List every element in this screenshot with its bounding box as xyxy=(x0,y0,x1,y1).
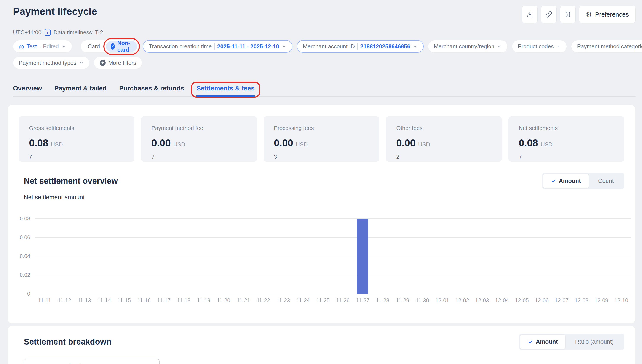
stat-currency: USD xyxy=(296,141,308,148)
active-tab-underline xyxy=(13,95,42,96)
filter-bar: ◎ Test - Edited Card ✓ Non-card Transact… xyxy=(13,40,635,69)
segment-card[interactable]: Card xyxy=(82,41,106,52)
toggle-option-amount[interactable]: Amount xyxy=(520,335,565,349)
x-tick-label: 11-29 xyxy=(392,297,412,304)
more-filters-button[interactable]: + More filters xyxy=(94,56,142,69)
tab-payment-failed[interactable]: Payment & failed xyxy=(54,85,107,96)
filter-dropdown-payment-method-types[interactable]: Payment method types xyxy=(13,56,90,69)
tab-label: Settlements & fees xyxy=(196,85,254,92)
stat-value: 0.08 xyxy=(519,137,538,149)
chevron-down-icon xyxy=(556,44,561,49)
stat-value-row: 0.00USD xyxy=(396,137,491,149)
stat-count: 2 xyxy=(396,154,491,160)
tab-settlements-fees[interactable]: Settlements & fees xyxy=(196,85,254,96)
merchant-account-filter[interactable]: Merchant account ID 2188120258646856 xyxy=(297,40,424,53)
details-button[interactable] xyxy=(560,6,576,23)
x-tick-label: 12-06 xyxy=(532,297,552,304)
tab-label: Overview xyxy=(13,85,42,92)
x-tick-label: 11-30 xyxy=(412,297,432,304)
check-circle-icon: ✓ xyxy=(111,43,115,50)
filter-dropdown-product-codes[interactable]: Product codes xyxy=(512,40,567,53)
meta-row: UTC+11:00 i Data timeliness: T-2 xyxy=(13,29,103,36)
x-tick-label: 11-27 xyxy=(353,297,373,304)
x-tick-label: 11-22 xyxy=(253,297,273,304)
stat-currency: USD xyxy=(51,141,63,148)
transaction-time-value: 2025-11-11 - 2025-12-10 xyxy=(217,43,279,50)
toggle-option-amount[interactable]: Amount xyxy=(543,174,589,188)
x-tick-label: 11-24 xyxy=(293,297,313,304)
x-tick-label: 11-16 xyxy=(134,297,154,304)
page-title: Payment lifecycle xyxy=(13,6,97,17)
stat-card-other-fees: Other fees0.00USD2 xyxy=(386,116,502,162)
chart-bar-11-27[interactable] xyxy=(357,219,368,294)
view-suffix: - Edited xyxy=(39,43,59,50)
toggle-option-label: Count xyxy=(598,178,614,184)
header-actions: ⚙ Preferences xyxy=(522,6,635,23)
segment-non-card[interactable]: ✓ Non-card xyxy=(106,41,137,52)
preferences-button[interactable]: ⚙ Preferences xyxy=(579,6,635,23)
active-tab-underline xyxy=(196,95,254,96)
chevron-down-icon xyxy=(497,44,502,49)
x-tick-label: 11-20 xyxy=(213,297,234,304)
filter-dropdown-payment-method-categories[interactable]: Payment method categories xyxy=(571,40,642,53)
card-type-segmented-control: Card ✓ Non-card xyxy=(81,40,139,53)
breakdown-section-title: Settlement breakdown xyxy=(24,337,111,346)
info-icon[interactable]: i xyxy=(45,29,51,36)
check-icon xyxy=(551,178,556,184)
info-square-icon xyxy=(564,11,571,18)
x-tick-label: 12-10 xyxy=(611,297,631,304)
chart-title: Net settlement amount xyxy=(24,194,85,201)
overview-section-head: Net settlement overview AmountCount xyxy=(24,173,624,189)
gridline xyxy=(35,275,631,275)
toggle-option-label: Amount xyxy=(559,178,581,184)
stat-value-row: 0.00USD xyxy=(151,137,247,149)
copy-link-button[interactable] xyxy=(541,6,557,23)
stat-label: Net settlements xyxy=(519,125,614,132)
more-filters-label: More filters xyxy=(108,60,136,66)
x-tick-label: 11-19 xyxy=(194,297,213,304)
stat-label: Payment method fee xyxy=(151,125,247,132)
stat-card-payment-method-fee: Payment method fee0.00USD7 xyxy=(141,116,257,162)
toggle-option-ratio-amount[interactable]: Ratio (amount) xyxy=(565,335,623,349)
stat-count: 7 xyxy=(519,154,614,160)
filter-dropdown-label: Merchant country/region xyxy=(434,43,494,50)
segment-non-card-label: Non-card xyxy=(117,40,133,53)
settlement-breakdown-panel: Settlement breakdown AmountRatio (amount… xyxy=(8,326,635,364)
download-icon xyxy=(526,11,533,18)
stat-value: 0.00 xyxy=(274,137,293,149)
merchant-account-value: 2188120258646856 xyxy=(360,43,410,50)
transaction-time-label: Transaction creation time xyxy=(149,43,212,50)
x-tick-label: 12-04 xyxy=(492,297,512,304)
transaction-time-filter[interactable]: Transaction creation time 2025-11-11 - 2… xyxy=(143,40,292,53)
net-settlement-chart: 00.020.040.060.0811-1111-1211-1311-1411-… xyxy=(35,219,631,294)
x-tick-label: 11-12 xyxy=(55,297,74,304)
tab-overview[interactable]: Overview xyxy=(13,85,42,96)
chevron-down-icon xyxy=(282,44,286,49)
download-button[interactable] xyxy=(522,6,538,23)
tab-purchases-refunds[interactable]: Purchases & refunds xyxy=(119,85,184,96)
x-tick-label: 11-21 xyxy=(234,297,253,304)
amount-ratio-toggle: AmountRatio (amount) xyxy=(519,334,624,350)
settlements-panel: Gross settlements0.08USD7Payment method … xyxy=(8,105,635,324)
segment-card-label: Card xyxy=(88,43,100,50)
stat-value: 0.00 xyxy=(151,137,171,149)
stat-card-processing-fees: Processing fees0.00USD3 xyxy=(264,116,379,162)
y-tick-label: 0 xyxy=(11,290,30,297)
view-selector-pill[interactable]: ◎ Test - Edited xyxy=(13,40,72,53)
stat-label: Gross settlements xyxy=(29,125,124,132)
filter-dropdown-merchant-country-region[interactable]: Merchant country/region xyxy=(428,40,508,53)
x-tick-label: 11-15 xyxy=(114,297,134,304)
x-tick-label: 12-01 xyxy=(432,297,452,304)
stat-currency: USD xyxy=(418,141,430,148)
pill-divider xyxy=(214,43,215,50)
toggle-option-count[interactable]: Count xyxy=(589,174,623,188)
x-tick-label: 12-05 xyxy=(512,297,532,304)
gridline xyxy=(35,237,631,238)
payment-method-types-select[interactable]: Payment method types xyxy=(24,359,159,364)
test-mode-icon: ◎ xyxy=(19,44,24,50)
stat-value-row: 0.08USD xyxy=(519,137,614,149)
x-tick-label: 12-08 xyxy=(571,297,591,304)
gear-icon: ⚙ xyxy=(586,11,592,18)
stat-value-row: 0.00USD xyxy=(274,137,369,149)
stat-label: Processing fees xyxy=(274,125,369,132)
